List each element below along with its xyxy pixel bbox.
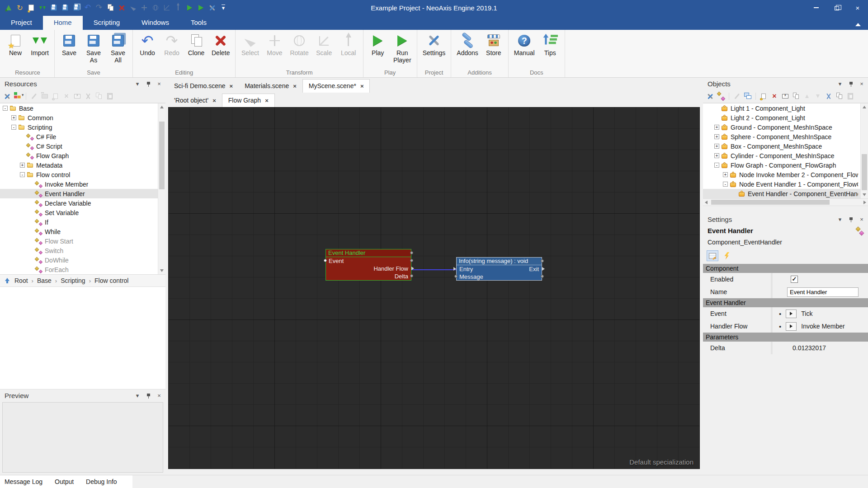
pin-icon[interactable] — [847, 216, 854, 223]
tree-item[interactable]: C# Script — [0, 141, 165, 151]
expander[interactable] — [11, 115, 16, 120]
restore-button[interactable] — [826, 0, 847, 15]
refresh-icon[interactable] — [15, 3, 25, 13]
expander[interactable] — [11, 125, 16, 130]
cut-icon[interactable] — [84, 92, 93, 101]
ribbon-tab[interactable]: Project — [0, 16, 43, 30]
flow-node-info[interactable]: Info(string message) : void Entry Exit M… — [456, 257, 542, 281]
ribbon-button[interactable]: Select — [238, 32, 262, 68]
collapse-ribbon-icon[interactable] — [855, 23, 861, 26]
close-tab-icon[interactable]: × — [265, 97, 269, 104]
dropdown-icon[interactable] — [218, 3, 228, 13]
tree-item[interactable]: Box - Component_MeshInSpace — [703, 141, 868, 151]
expander[interactable] — [714, 163, 719, 168]
socket-icon[interactable] — [454, 275, 458, 278]
tree-item[interactable]: Flow Graph — [0, 151, 165, 160]
socket-icon[interactable] — [410, 274, 413, 277]
sep-icon[interactable] — [755, 93, 756, 100]
section-header[interactable]: Component — [703, 264, 868, 273]
sep-icon[interactable] — [729, 93, 729, 100]
ribbon-button[interactable]: Play — [366, 32, 390, 68]
close-icon[interactable]: × — [156, 392, 163, 399]
tree-item[interactable]: Switch — [0, 246, 165, 255]
ribbon-button[interactable]: Import — [28, 32, 52, 68]
expander[interactable] — [714, 144, 719, 149]
scroll-down-icon[interactable] — [160, 269, 164, 272]
enabled-checkbox[interactable]: ✓ — [791, 276, 798, 283]
scroll-up-icon[interactable] — [160, 106, 164, 108]
ribbon-button[interactable]: Manual — [511, 32, 538, 68]
rename-icon[interactable] — [781, 92, 790, 101]
edit-icon[interactable] — [29, 92, 38, 101]
tree-item[interactable]: Node Event Handler 1 - Component_FlowGra — [703, 179, 868, 189]
local-icon[interactable] — [173, 3, 183, 13]
close-tab-icon[interactable]: × — [212, 97, 216, 104]
panel-menu-icon[interactable]: ▾ — [836, 216, 844, 223]
tree-item[interactable]: Flow Start — [0, 236, 165, 246]
ribbon-button[interactable]: Save — [57, 32, 81, 68]
flow-graph-canvas[interactable]: Event Handler Event Handler Flow Delta I… — [168, 107, 700, 469]
tree-item[interactable]: Set Variable — [0, 208, 165, 217]
xred-icon[interactable] — [770, 92, 779, 101]
rotate-icon[interactable] — [151, 3, 160, 13]
win-icon[interactable] — [743, 92, 752, 101]
ribbon-button[interactable]: SaveAs — [82, 32, 105, 68]
socket-icon[interactable] — [410, 259, 413, 262]
rename-icon[interactable] — [73, 92, 82, 101]
tree-item[interactable]: Common — [0, 113, 165, 122]
breadcrumb-item[interactable]: Base — [28, 277, 52, 284]
socket-icon[interactable] — [541, 275, 544, 278]
socket-icon[interactable] — [541, 259, 544, 263]
tree-item[interactable]: Event Handler - Component_EventHandle — [703, 189, 868, 198]
tree-item[interactable]: Light 2 - Component_Light — [703, 113, 868, 122]
ribbon-button[interactable]: Tips — [538, 32, 562, 68]
sort-icon[interactable] — [14, 92, 23, 101]
scroll-down-icon[interactable] — [863, 193, 866, 196]
section-header[interactable]: Event Handler — [703, 298, 868, 307]
breadcrumb-item[interactable]: Flow control — [85, 277, 129, 284]
close-tab-icon[interactable]: × — [230, 83, 233, 89]
ribbon-button[interactable]: Delete — [209, 32, 232, 68]
tree-item[interactable]: ForEach — [0, 265, 165, 274]
panel-menu-icon[interactable]: ▾ — [836, 80, 844, 88]
wrench-icon[interactable] — [706, 92, 715, 101]
tree-item[interactable]: Base — [0, 103, 165, 113]
undo-icon[interactable] — [83, 3, 93, 13]
bottom-tab[interactable]: Debug Info — [86, 478, 117, 485]
breadcrumb-item[interactable]: Scripting — [52, 277, 85, 284]
up-icon[interactable] — [802, 92, 811, 101]
close-tab-icon[interactable]: × — [293, 83, 297, 89]
save-icon[interactable] — [60, 3, 70, 13]
scrollbar-thumb[interactable] — [862, 154, 867, 190]
scale-icon[interactable] — [162, 3, 172, 13]
paste-icon[interactable] — [846, 92, 855, 101]
document-tab[interactable]: MyScene.scene* × — [302, 79, 370, 93]
ribbon-button[interactable]: Settings — [420, 32, 448, 68]
tree-item[interactable]: Ground - Component_MeshInSpace — [703, 122, 868, 132]
ribbon-tab[interactable]: Tools — [180, 16, 217, 30]
socket-icon[interactable] — [410, 251, 413, 254]
ribbon-button[interactable]: Scale — [312, 32, 336, 68]
tree-item[interactable]: Scripting — [0, 122, 165, 132]
expander[interactable] — [714, 134, 719, 139]
tree-item[interactable]: Flow control — [0, 170, 165, 179]
expander[interactable] — [20, 172, 25, 177]
clone-icon[interactable] — [105, 3, 115, 13]
move-icon[interactable] — [139, 3, 149, 13]
folderop-icon[interactable] — [40, 92, 49, 101]
import-icon[interactable] — [38, 3, 47, 13]
logo-icon[interactable] — [4, 3, 14, 13]
xmark-icon[interactable] — [62, 92, 71, 101]
ribbon-button[interactable]: Local — [337, 32, 360, 68]
expander[interactable] — [714, 125, 719, 130]
reference-button[interactable] — [786, 310, 797, 318]
cut-icon[interactable] — [824, 92, 833, 101]
vertical-scrollbar[interactable] — [860, 103, 868, 198]
play-icon[interactable] — [184, 3, 194, 13]
ribbon-button[interactable]: Addons — [454, 32, 481, 68]
pin-icon[interactable] — [847, 80, 854, 88]
expander[interactable] — [723, 172, 728, 177]
close-icon[interactable]: × — [858, 80, 865, 88]
section-header[interactable]: Parameters — [703, 333, 868, 342]
copy-icon[interactable] — [94, 92, 104, 101]
